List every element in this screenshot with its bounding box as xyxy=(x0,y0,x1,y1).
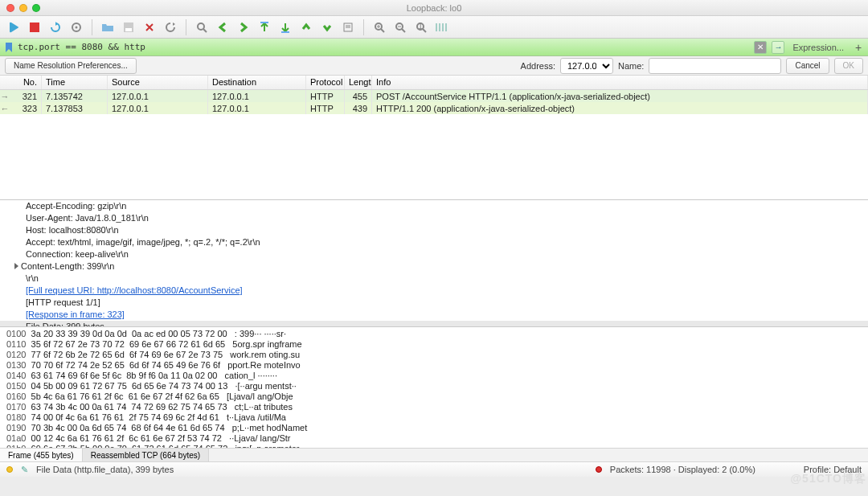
related-packet-icon: → xyxy=(0,90,10,102)
name-resolution-button[interactable]: Name Resolution Preferences... xyxy=(5,58,137,74)
detail-line[interactable]: User-Agent: Java/1.8.0_181\r\n xyxy=(0,212,868,224)
detail-line[interactable]: Accept-Encoding: gzip\r\n xyxy=(0,200,868,212)
packet-details[interactable]: Accept-Encoding: gzip\r\nUser-Agent: Jav… xyxy=(0,200,868,327)
hex-row[interactable]: 0110 35 6f 72 67 2e 73 70 72 69 6e 67 66… xyxy=(6,339,862,350)
edit-icon[interactable]: ✎ xyxy=(21,465,28,475)
col-dest[interactable]: Destination xyxy=(208,76,306,89)
display-filter-bar: ✕ → Expression... + xyxy=(0,39,868,56)
detail-crlf[interactable]: \r\n xyxy=(0,273,868,285)
hex-row[interactable]: 0180 74 00 0f 4c 6a 61 76 61 2f 75 74 69… xyxy=(6,412,862,423)
detail-http-request[interactable]: [HTTP request 1/1] xyxy=(0,297,868,309)
col-len[interactable]: Length xyxy=(345,76,372,89)
expert-info-icon[interactable] xyxy=(6,466,13,473)
go-back-button[interactable] xyxy=(214,18,231,36)
status-packets: Packets: 11998 · Displayed: 2 (0.0%) xyxy=(610,465,755,474)
status-bar: ✎ File Data (http.file_data), 399 bytes … xyxy=(0,462,868,477)
svg-line-13 xyxy=(381,29,384,32)
svg-rect-4 xyxy=(125,28,132,31)
svg-line-17 xyxy=(402,29,405,32)
svg-text:1: 1 xyxy=(418,22,423,31)
svg-rect-0 xyxy=(30,23,39,32)
packet-list-header: No. Time Source Destination Protocol Len… xyxy=(0,76,868,90)
packet-row[interactable]: 3217.135742127.0.0.1127.0.0.1HTTP455POST… xyxy=(0,90,868,102)
packet-bytes[interactable]: 0100 3a 20 33 39 39 0d 0a 0d 0a ac ed 00… xyxy=(0,327,868,448)
name-input[interactable] xyxy=(649,58,781,74)
zoom-out-button[interactable] xyxy=(391,18,409,36)
svg-point-2 xyxy=(76,26,78,28)
go-first-button[interactable] xyxy=(276,18,294,36)
go-to-packet-button[interactable] xyxy=(256,18,273,36)
tab-frame[interactable]: Frame (455 bytes) xyxy=(0,449,83,461)
address-select[interactable]: 127.0.0.1 xyxy=(560,58,613,74)
bytes-tabs: Frame (455 bytes) Reassembled TCP (664 b… xyxy=(0,448,868,462)
status-profile[interactable]: Profile: Default xyxy=(804,465,862,474)
hex-row[interactable]: 0150 04 5b 00 09 61 72 67 75 6d 65 6e 74… xyxy=(6,381,862,391)
packet-list[interactable]: No. Time Source Destination Protocol Len… xyxy=(0,76,868,200)
hex-row[interactable]: 01a0 00 12 4c 6a 61 76 61 2f 6c 61 6e 67… xyxy=(6,433,862,444)
save-file-button[interactable] xyxy=(120,18,137,36)
ok-button[interactable]: OK xyxy=(834,58,863,74)
zoom-reset-button[interactable]: 1 xyxy=(412,18,430,36)
address-label: Address: xyxy=(521,61,555,71)
bookmark-icon[interactable] xyxy=(3,42,14,53)
hex-row[interactable]: 0120 77 6f 72 6b 2e 72 65 6d 6f 74 69 6e… xyxy=(6,350,862,360)
close-file-button[interactable] xyxy=(141,18,158,36)
stop-capture-button[interactable] xyxy=(26,18,43,36)
tab-reassembled[interactable]: Reassembled TCP (664 bytes) xyxy=(83,449,209,461)
titlebar: Loopback: lo0 xyxy=(0,0,868,16)
detail-file-data[interactable]: File Data: 399 bytes xyxy=(0,321,868,327)
status-text: File Data (http.file_data), 399 bytes xyxy=(36,465,174,474)
hex-row[interactable]: 0140 63 61 74 69 6f 6e 5f 6c 8b 9f f6 0a… xyxy=(6,371,862,381)
col-proto[interactable]: Protocol xyxy=(306,76,345,89)
auto-scroll-button[interactable] xyxy=(339,18,357,36)
hex-row[interactable]: 0190 70 3b 4c 00 0a 6d 65 74 68 6f 64 4e… xyxy=(6,423,862,433)
go-forward-button[interactable] xyxy=(235,18,252,36)
cancel-button[interactable]: Cancel xyxy=(786,58,829,74)
packet-row[interactable]: 3237.137853127.0.0.1127.0.0.1HTTP439HTTP… xyxy=(0,102,868,114)
svg-line-6 xyxy=(203,29,207,32)
close-icon[interactable] xyxy=(6,4,14,12)
name-label: Name: xyxy=(618,61,644,71)
detail-line[interactable]: Connection: keep-alive\r\n xyxy=(0,248,868,260)
maximize-icon[interactable] xyxy=(32,4,40,12)
apply-filter-button[interactable]: → xyxy=(772,41,784,54)
detail-line[interactable]: Host: localhost:8080\r\n xyxy=(0,224,868,236)
resolve-bar: Name Resolution Preferences... Address: … xyxy=(0,56,868,76)
open-file-button[interactable] xyxy=(99,18,117,36)
display-filter-input[interactable] xyxy=(18,42,749,52)
detail-content-length[interactable]: Content-Length: 399\r\n xyxy=(0,260,868,273)
hex-row[interactable]: 0160 5b 4c 6a 61 76 61 2f 6c 61 6e 67 2f… xyxy=(6,391,862,402)
capture-options-button[interactable] xyxy=(68,18,85,36)
detail-response-frame[interactable]: [Response in frame: 323] xyxy=(0,309,868,321)
hex-row[interactable]: 0170 63 74 3b 4c 00 0a 61 74 74 72 69 62… xyxy=(6,402,862,412)
zoom-in-button[interactable] xyxy=(371,18,388,36)
hex-row[interactable]: 0100 3a 20 33 39 39 0d 0a 0d 0a ac ed 00… xyxy=(6,329,862,339)
clear-filter-button[interactable]: ✕ xyxy=(754,41,767,54)
next-packet-button[interactable] xyxy=(318,18,336,36)
main-toolbar: 1 xyxy=(0,16,868,39)
expression-button[interactable]: Expression... xyxy=(788,43,849,52)
reload-button[interactable] xyxy=(162,18,179,36)
svg-point-5 xyxy=(198,23,204,30)
window-title: Loopback: lo0 xyxy=(407,3,462,13)
col-time[interactable]: Time xyxy=(42,76,108,89)
capture-live-icon xyxy=(596,466,602,473)
minimize-icon[interactable] xyxy=(19,4,27,12)
start-capture-button[interactable] xyxy=(5,18,23,36)
add-filter-button[interactable]: + xyxy=(852,41,865,54)
related-packet-icon: ← xyxy=(0,102,10,114)
find-button[interactable] xyxy=(193,18,211,36)
restart-capture-button[interactable] xyxy=(47,18,64,36)
detail-full-uri[interactable]: [Full request URI: http://localhost:8080… xyxy=(0,285,868,297)
svg-line-20 xyxy=(423,29,426,32)
prev-packet-button[interactable] xyxy=(297,18,315,36)
window-controls[interactable] xyxy=(6,4,40,12)
col-source[interactable]: Source xyxy=(108,76,208,89)
col-no[interactable]: No. xyxy=(0,76,42,89)
detail-line[interactable]: Accept: text/html, image/gif, image/jpeg… xyxy=(0,236,868,248)
col-info[interactable]: Info xyxy=(372,76,868,89)
resize-columns-button[interactable] xyxy=(433,18,451,36)
hex-row[interactable]: 0130 70 70 6f 72 74 2e 52 65 6d 6f 74 65… xyxy=(6,360,862,371)
